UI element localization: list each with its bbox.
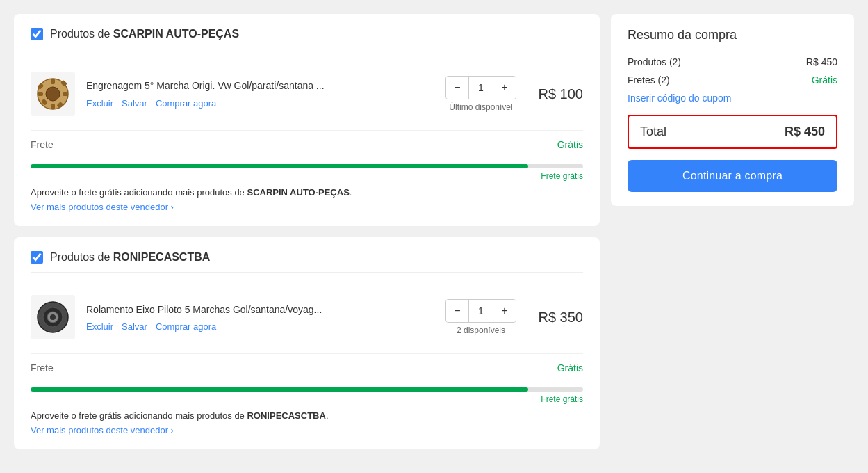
summary-products-row: Produtos (2) R$ 450 (628, 56, 837, 67)
progress-label-2: Frete grátis (31, 394, 583, 404)
product-actions-1: Excluir Salvar Comprar agora (86, 98, 434, 109)
product-actions-2: Excluir Salvar Comprar agora (86, 321, 434, 332)
promo-text-2: Aproveite o frete grátis adicionando mai… (31, 410, 583, 422)
product-price-1: R$ 100 (527, 86, 583, 102)
seller-card-1: Produtos de SCARPIN AUTO-PEÇAS (14, 14, 600, 226)
bearing-product-icon-2 (35, 300, 70, 335)
seller-1-checkbox[interactable] (31, 28, 43, 40)
quantity-control-2: − + (445, 299, 516, 323)
qty-input-1[interactable] (468, 77, 493, 99)
salvar-link-2[interactable]: Salvar (122, 321, 147, 332)
summary-fretes-label: Fretes (2) (628, 74, 670, 86)
seller-1-name: Produtos de SCARPIN AUTO-PEÇAS (50, 28, 239, 40)
qty-availability-1: Último disponível (449, 102, 512, 112)
product-row-1: Engrenagem 5° Marcha Origi. Vw Gol/parat… (31, 63, 583, 125)
product-price-2: R$ 350 (527, 310, 583, 326)
svg-point-1 (46, 87, 60, 101)
ver-mais-link-2[interactable]: Ver mais produtos deste vendedor › (31, 425, 583, 435)
summary-products-label: Produtos (2) (628, 56, 681, 67)
product-info-1: Engrenagem 5° Marcha Origi. Vw Gol/parat… (86, 79, 434, 108)
product-info-2: Rolamento Eixo Piloto 5 Marchas Gol/sant… (86, 303, 434, 332)
progress-bar-bg-1 (31, 164, 583, 168)
progress-row-1: Frete grátis (31, 164, 583, 181)
quantity-wrapper-2: − + 2 disponíveis (445, 299, 516, 335)
product-image-2 (31, 295, 75, 339)
seller-2-checkbox[interactable] (31, 251, 43, 264)
continue-button[interactable]: Continuar a compra (628, 160, 837, 192)
right-column: Resumo da compra Produtos (2) R$ 450 Fre… (611, 14, 854, 206)
progress-bar-fill-1 (31, 164, 528, 168)
ver-mais-link-1[interactable]: Ver mais produtos deste vendedor › (31, 202, 583, 212)
summary-fretes-value: Grátis (812, 74, 837, 86)
qty-availability-2: 2 disponíveis (457, 326, 505, 335)
main-content: Produtos de SCARPIN AUTO-PEÇAS (14, 14, 854, 459)
left-column: Produtos de SCARPIN AUTO-PEÇAS (14, 14, 600, 449)
comprar-link-1[interactable]: Comprar agora (156, 98, 216, 109)
frete-label-2: Frete (31, 362, 54, 374)
promo-text-1: Aproveite o frete grátis adicionando mai… (31, 186, 583, 199)
frete-value-2: Grátis (557, 362, 583, 374)
svg-rect-2 (51, 79, 55, 84)
frete-row-1: Frete Grátis (31, 130, 583, 159)
excluir-link-2[interactable]: Excluir (86, 321, 113, 332)
qty-decrease-1[interactable]: − (446, 77, 468, 99)
coupon-link[interactable]: Inserir código do cupom (628, 93, 837, 104)
svg-point-13 (50, 314, 56, 320)
progress-bar-bg-2 (31, 387, 583, 392)
qty-decrease-2[interactable]: − (446, 300, 468, 322)
seller-header-2: Produtos de RONIPECASCTBA (31, 251, 583, 273)
quantity-wrapper-1: − + Último disponível (445, 76, 516, 112)
progress-bar-fill-2 (31, 387, 528, 392)
excluir-link-1[interactable]: Excluir (86, 98, 113, 109)
svg-rect-4 (38, 92, 43, 96)
summary-title: Resumo da compra (628, 28, 837, 42)
svg-rect-5 (63, 92, 68, 96)
summary-card: Resumo da compra Produtos (2) R$ 450 Fre… (611, 14, 854, 206)
svg-rect-3 (51, 104, 55, 109)
gear-product-icon-1 (35, 77, 70, 111)
progress-row-2: Frete grátis (31, 387, 583, 404)
product-image-1 (31, 72, 75, 116)
qty-input-2[interactable] (468, 300, 493, 322)
seller-header-1: Produtos de SCARPIN AUTO-PEÇAS (31, 28, 583, 49)
salvar-link-1[interactable]: Salvar (122, 98, 147, 109)
product-row-2: Rolamento Eixo Piloto 5 Marchas Gol/sant… (31, 287, 583, 348)
comprar-link-2[interactable]: Comprar agora (156, 321, 216, 332)
product-title-2: Rolamento Eixo Piloto 5 Marchas Gol/sant… (86, 303, 434, 316)
frete-label-1: Frete (31, 139, 54, 150)
qty-increase-2[interactable]: + (493, 300, 516, 322)
product-title-1: Engrenagem 5° Marcha Origi. Vw Gol/parat… (86, 79, 434, 92)
quantity-control-1: − + (445, 76, 516, 99)
frete-row-2: Frete Grátis (31, 353, 583, 382)
qty-increase-1[interactable]: + (493, 77, 516, 99)
seller-2-name: Produtos de RONIPECASCTBA (50, 251, 210, 264)
summary-fretes-row: Fretes (2) Grátis (628, 74, 837, 86)
total-value: R$ 450 (785, 125, 825, 139)
seller-card-2: Produtos de RONIPECASCTBA Rolamento Eixo… (14, 237, 600, 449)
frete-value-1: Grátis (557, 139, 583, 150)
progress-label-1: Frete grátis (31, 171, 583, 181)
total-box: Total R$ 450 (628, 115, 837, 149)
summary-products-value: R$ 450 (806, 56, 837, 67)
total-label: Total (640, 125, 666, 139)
